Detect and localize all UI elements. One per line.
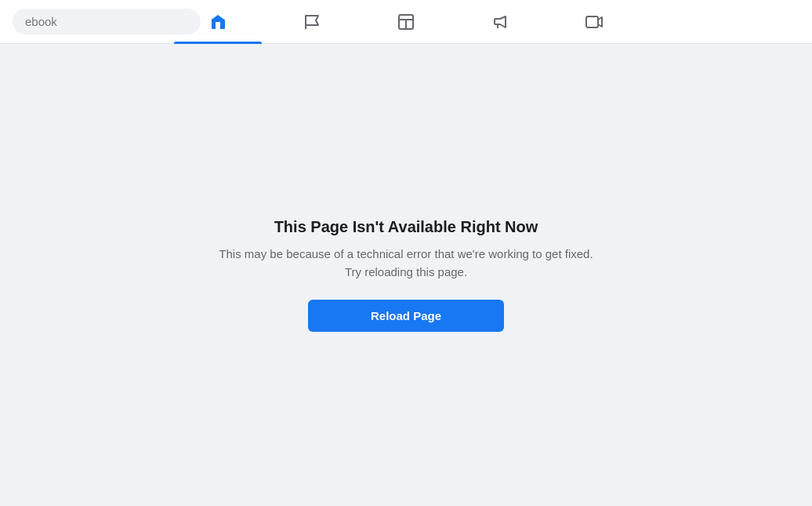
main-content: This Page Isn't Available Right Now This… [0, 44, 812, 506]
nav-item-pages[interactable] [268, 3, 356, 41]
home-icon [208, 13, 227, 31]
svg-rect-5 [586, 16, 598, 27]
navbar [0, 0, 812, 44]
error-title: This Page Isn't Available Right Now [274, 218, 538, 236]
reload-page-button[interactable]: Reload Page [308, 300, 504, 332]
navbar-center [174, 3, 638, 41]
megaphone-icon [491, 13, 509, 31]
marketplace-icon [397, 13, 415, 31]
nav-item-marketplace[interactable] [362, 3, 450, 41]
nav-item-watch[interactable] [550, 3, 638, 41]
error-description: This may be because of a technical error… [210, 246, 602, 281]
error-container: This Page Isn't Available Right Now This… [210, 218, 602, 332]
video-icon [585, 13, 604, 31]
search-input[interactable] [13, 9, 201, 35]
flag-icon [303, 13, 321, 31]
nav-item-adcenter[interactable] [456, 3, 544, 41]
navbar-left [13, 9, 201, 35]
nav-item-home[interactable] [174, 3, 262, 41]
